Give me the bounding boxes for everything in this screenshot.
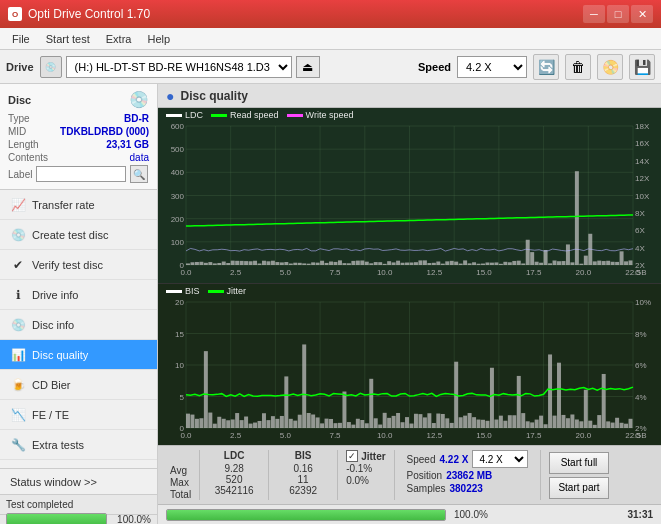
disc-label-input[interactable] <box>36 166 126 182</box>
drive-label: Drive <box>6 61 34 73</box>
disc-length-label: Length <box>8 139 39 150</box>
disc-icon: 💿 <box>129 90 149 109</box>
stats-bis-total: 62392 <box>289 485 317 496</box>
close-button[interactable]: ✕ <box>631 5 653 23</box>
sidebar-item-transfer-rate[interactable]: 📈 Transfer rate <box>0 190 157 220</box>
disc-quality-header: ● Disc quality <box>158 84 661 108</box>
sidebar-item-disc-quality[interactable]: 📊 Disc quality <box>0 340 157 370</box>
samples-value: 380223 <box>449 483 482 494</box>
disc-quality-title: Disc quality <box>180 89 247 103</box>
stats-jitter-avg: -0.1% <box>346 463 385 474</box>
charts-area: LDC Read speed Write speed <box>158 108 661 445</box>
speed-row-value: 4.22 X <box>440 454 469 465</box>
disc-contents-label: Contents <box>8 152 48 163</box>
bottom-chart-legend: BIS Jitter <box>166 286 246 296</box>
content-area: ● Disc quality LDC Read speed <box>158 84 661 524</box>
sidebar-item-disc-info[interactable]: 💿 Disc info <box>0 310 157 340</box>
position-label: Position <box>407 470 443 481</box>
disc-section-label: Disc <box>8 94 31 106</box>
status-window-button[interactable]: Status window >> <box>0 468 157 494</box>
disc-panel-header: Disc 💿 <box>8 90 149 109</box>
jitter-label: Jitter <box>361 451 385 462</box>
disc-mid-label: MID <box>8 126 26 137</box>
status-text: Test completed <box>6 499 73 510</box>
app-icon: O <box>8 7 22 21</box>
refresh-button[interactable]: 🔄 <box>533 54 559 80</box>
disc-contents-value[interactable]: data <box>130 152 149 163</box>
drive-info-icon: ℹ <box>10 287 26 303</box>
disc-label-btn[interactable]: 🔍 <box>130 165 148 183</box>
menu-help[interactable]: Help <box>139 31 178 47</box>
stats-ldc-col: LDC 9.28 520 3542116 <box>204 450 264 500</box>
position-row: Position 23862 MB <box>407 470 529 481</box>
start-buttons: Start full Start part <box>545 450 612 500</box>
disc-info-icon: 💿 <box>10 317 26 333</box>
legend-jitter: Jitter <box>208 286 247 296</box>
stats-jitter-section: ✓ Jitter -0.1% 0.0% <box>342 450 389 500</box>
titlebar: O Opti Drive Control 1.70 ─ □ ✕ <box>0 0 661 28</box>
speed-row-select[interactable]: 4.2 X Max 1.0 X 2.0 X <box>472 450 528 468</box>
sidebar-item-label: Create test disc <box>32 229 108 241</box>
bottom-statusbar: 100.0% 31:31 <box>158 504 661 524</box>
max-label: Max <box>170 477 191 488</box>
sidebar-item-label: Extra tests <box>32 439 84 451</box>
disc-type-label: Type <box>8 113 30 124</box>
disc-erase-button[interactable]: 🗑 <box>565 54 591 80</box>
sidebar-item-drive-info[interactable]: ℹ Drive info <box>0 280 157 310</box>
legend-write-speed: Write speed <box>287 110 354 120</box>
stats-bis-max: 11 <box>298 474 309 485</box>
sidebar-item-cd-bier[interactable]: 🍺 CD Bier <box>0 370 157 400</box>
nav-items: 📈 Transfer rate 💿 Create test disc ✔ Ver… <box>0 190 157 468</box>
menu-file[interactable]: File <box>4 31 38 47</box>
save-button[interactable]: 💾 <box>629 54 655 80</box>
top-chart: LDC Read speed Write speed <box>158 108 661 284</box>
avg-label: Avg <box>170 465 191 476</box>
drive-icon: 💿 <box>40 56 62 78</box>
position-value: 23862 MB <box>446 470 492 481</box>
menu-extra[interactable]: Extra <box>98 31 140 47</box>
disc-write-button[interactable]: 📀 <box>597 54 623 80</box>
stats-bis-col: BIS 0.16 11 62392 <box>273 450 333 500</box>
sidebar-item-fe-te[interactable]: 📉 FE / TE <box>0 400 157 430</box>
sidebar: Disc 💿 Type BD-R MID TDKBLDRBD (000) Len… <box>0 84 158 524</box>
jitter-checkbox-row: ✓ Jitter <box>346 450 385 462</box>
disc-type-row: Type BD-R <box>8 113 149 124</box>
sidebar-item-label: CD Bier <box>32 379 71 391</box>
start-full-button[interactable]: Start full <box>549 452 608 474</box>
cd-bier-icon: 🍺 <box>10 377 26 393</box>
disc-contents-row: Contents data <box>8 152 149 163</box>
stats-ldc-header: LDC <box>224 450 245 461</box>
transfer-rate-icon: 📈 <box>10 197 26 213</box>
minimize-button[interactable]: ─ <box>583 5 605 23</box>
status-window-label: Status window >> <box>10 476 97 488</box>
samples-label: Samples <box>407 483 446 494</box>
bottom-chart: BIS Jitter <box>158 284 661 445</box>
titlebar-controls: ─ □ ✕ <box>583 5 653 23</box>
speed-row: Speed 4.22 X 4.2 X Max 1.0 X 2.0 X <box>407 450 529 468</box>
disc-mid-value: TDKBLDRBD (000) <box>60 126 149 137</box>
stats-bar: Avg Max Total LDC 9.28 520 3542116 BIS 0… <box>158 445 661 504</box>
sidebar-item-create-test-disc[interactable]: 💿 Create test disc <box>0 220 157 250</box>
start-part-button[interactable]: Start part <box>549 477 608 499</box>
stats-bis-header: BIS <box>295 450 312 461</box>
verify-test-disc-icon: ✔ <box>10 257 26 273</box>
legend-ldc: LDC <box>166 110 203 120</box>
sidebar-item-extra-tests[interactable]: 🔧 Extra tests <box>0 430 157 460</box>
stats-jitter-max: 0.0% <box>346 475 385 486</box>
progress-section: 100.0% <box>0 514 157 524</box>
time-display: 31:31 <box>627 509 653 520</box>
speed-position-section: Speed 4.22 X 4.2 X Max 1.0 X 2.0 X Posit… <box>399 450 537 500</box>
bottom-progress-text: 100.0% <box>454 509 488 520</box>
eject-button[interactable]: ⏏ <box>296 56 320 78</box>
speed-select[interactable]: 4.2 X Max 1.0 X 2.0 X 6.0 X <box>457 56 527 78</box>
sidebar-item-label: Disc info <box>32 319 74 331</box>
stats-labels-col: Avg Max Total <box>166 450 195 500</box>
disc-quality-header-icon: ● <box>166 88 174 104</box>
jitter-checkbox[interactable]: ✓ <box>346 450 358 462</box>
bottom-progress-bar <box>166 509 446 521</box>
menu-start-test[interactable]: Start test <box>38 31 98 47</box>
drive-select[interactable]: (H:) HL-DT-ST BD-RE WH16NS48 1.D3 <box>66 56 292 78</box>
maximize-button[interactable]: □ <box>607 5 629 23</box>
extra-tests-icon: 🔧 <box>10 437 26 453</box>
sidebar-item-verify-test-disc[interactable]: ✔ Verify test disc <box>0 250 157 280</box>
